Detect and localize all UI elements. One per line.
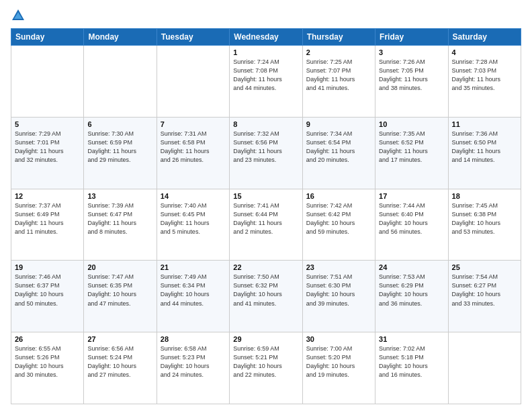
day-number: 3 xyxy=(379,48,444,56)
calendar-cell: 2Sunrise: 7:25 AM Sunset: 7:07 PM Daylig… xyxy=(302,46,375,118)
day-info: Sunrise: 7:32 AM Sunset: 6:56 PM Dayligh… xyxy=(233,130,298,165)
day-info: Sunrise: 7:29 AM Sunset: 7:01 PM Dayligh… xyxy=(15,130,80,165)
day-info: Sunrise: 7:51 AM Sunset: 6:30 PM Dayligh… xyxy=(306,273,371,308)
day-info: Sunrise: 7:46 AM Sunset: 6:37 PM Dayligh… xyxy=(15,273,80,308)
logo-icon xyxy=(11,8,26,23)
day-info: Sunrise: 7:02 AM Sunset: 5:18 PM Dayligh… xyxy=(379,345,444,379)
day-number: 1 xyxy=(233,48,298,56)
day-number: 12 xyxy=(15,192,80,200)
day-number: 11 xyxy=(452,120,517,128)
calendar-cell: 17Sunrise: 7:44 AM Sunset: 6:40 PM Dayli… xyxy=(375,189,448,261)
day-info: Sunrise: 6:56 AM Sunset: 5:24 PM Dayligh… xyxy=(87,345,152,379)
calendar-cell: 30Sunrise: 7:00 AM Sunset: 5:20 PM Dayli… xyxy=(302,332,375,404)
day-info: Sunrise: 7:30 AM Sunset: 6:59 PM Dayligh… xyxy=(87,130,152,165)
calendar-cell: 20Sunrise: 7:47 AM Sunset: 6:35 PM Dayli… xyxy=(84,261,157,332)
day-info: Sunrise: 7:36 AM Sunset: 6:50 PM Dayligh… xyxy=(452,130,517,165)
calendar-cell: 15Sunrise: 7:41 AM Sunset: 6:44 PM Dayli… xyxy=(230,189,302,261)
calendar-week-row: 1Sunrise: 7:24 AM Sunset: 7:08 PM Daylig… xyxy=(11,46,521,118)
calendar-cell xyxy=(157,46,229,118)
day-info: Sunrise: 7:53 AM Sunset: 6:29 PM Dayligh… xyxy=(379,273,444,308)
day-info: Sunrise: 7:50 AM Sunset: 6:32 PM Dayligh… xyxy=(233,273,298,308)
day-info: Sunrise: 7:37 AM Sunset: 6:49 PM Dayligh… xyxy=(15,201,80,236)
day-info: Sunrise: 6:58 AM Sunset: 5:23 PM Dayligh… xyxy=(161,345,226,379)
calendar-cell: 25Sunrise: 7:54 AM Sunset: 6:27 PM Dayli… xyxy=(448,261,521,332)
day-of-week-header: Wednesday xyxy=(230,29,302,46)
day-info: Sunrise: 7:42 AM Sunset: 6:42 PM Dayligh… xyxy=(306,201,371,236)
day-number: 4 xyxy=(452,48,517,56)
day-info: Sunrise: 7:25 AM Sunset: 7:07 PM Dayligh… xyxy=(306,58,371,93)
day-number: 7 xyxy=(161,120,226,128)
day-info: Sunrise: 7:41 AM Sunset: 6:44 PM Dayligh… xyxy=(233,201,298,236)
calendar-cell: 31Sunrise: 7:02 AM Sunset: 5:18 PM Dayli… xyxy=(375,332,448,404)
calendar-cell: 28Sunrise: 6:58 AM Sunset: 5:23 PM Dayli… xyxy=(157,332,229,404)
day-of-week-header: Thursday xyxy=(302,29,375,46)
day-number: 19 xyxy=(15,263,80,271)
calendar-cell: 26Sunrise: 6:55 AM Sunset: 5:26 PM Dayli… xyxy=(11,332,84,404)
day-number: 27 xyxy=(87,335,152,343)
day-number: 2 xyxy=(306,48,371,56)
calendar-cell: 27Sunrise: 6:56 AM Sunset: 5:24 PM Dayli… xyxy=(84,332,157,404)
day-info: Sunrise: 7:34 AM Sunset: 6:54 PM Dayligh… xyxy=(306,130,371,165)
day-number: 29 xyxy=(233,335,298,343)
day-number: 16 xyxy=(306,192,371,200)
calendar: SundayMondayTuesdayWednesdayThursdayFrid… xyxy=(11,28,521,404)
day-info: Sunrise: 7:54 AM Sunset: 6:27 PM Dayligh… xyxy=(452,273,517,308)
calendar-cell: 23Sunrise: 7:51 AM Sunset: 6:30 PM Dayli… xyxy=(302,261,375,332)
day-of-week-header: Monday xyxy=(84,29,157,46)
day-info: Sunrise: 7:28 AM Sunset: 7:03 PM Dayligh… xyxy=(452,58,517,93)
calendar-week-row: 12Sunrise: 7:37 AM Sunset: 6:49 PM Dayli… xyxy=(11,189,521,261)
day-number: 30 xyxy=(306,335,371,343)
calendar-cell: 5Sunrise: 7:29 AM Sunset: 7:01 PM Daylig… xyxy=(11,117,84,189)
calendar-cell xyxy=(84,46,157,118)
day-info: Sunrise: 7:49 AM Sunset: 6:34 PM Dayligh… xyxy=(161,273,226,308)
day-info: Sunrise: 7:45 AM Sunset: 6:38 PM Dayligh… xyxy=(452,201,517,236)
day-number: 22 xyxy=(233,263,298,271)
page: SundayMondayTuesdayWednesdayThursdayFrid… xyxy=(0,0,532,411)
day-number: 8 xyxy=(233,120,298,128)
calendar-cell: 12Sunrise: 7:37 AM Sunset: 6:49 PM Dayli… xyxy=(11,189,84,261)
day-info: Sunrise: 6:55 AM Sunset: 5:26 PM Dayligh… xyxy=(15,345,80,379)
day-number: 24 xyxy=(379,263,444,271)
calendar-cell: 10Sunrise: 7:35 AM Sunset: 6:52 PM Dayli… xyxy=(375,117,448,189)
day-info: Sunrise: 7:24 AM Sunset: 7:08 PM Dayligh… xyxy=(233,58,298,93)
day-number: 6 xyxy=(87,120,152,128)
calendar-cell: 3Sunrise: 7:26 AM Sunset: 7:05 PM Daylig… xyxy=(375,46,448,118)
calendar-cell: 4Sunrise: 7:28 AM Sunset: 7:03 PM Daylig… xyxy=(448,46,521,118)
calendar-cell xyxy=(448,332,521,404)
calendar-header: SundayMondayTuesdayWednesdayThursdayFrid… xyxy=(11,29,521,46)
calendar-cell: 19Sunrise: 7:46 AM Sunset: 6:37 PM Dayli… xyxy=(11,261,84,332)
calendar-cell: 14Sunrise: 7:40 AM Sunset: 6:45 PM Dayli… xyxy=(157,189,229,261)
day-info: Sunrise: 7:47 AM Sunset: 6:35 PM Dayligh… xyxy=(87,273,152,308)
day-number: 20 xyxy=(87,263,152,271)
calendar-cell: 8Sunrise: 7:32 AM Sunset: 6:56 PM Daylig… xyxy=(230,117,302,189)
day-of-week-header: Sunday xyxy=(11,29,84,46)
day-number: 31 xyxy=(379,335,444,343)
calendar-cell: 24Sunrise: 7:53 AM Sunset: 6:29 PM Dayli… xyxy=(375,261,448,332)
day-number: 26 xyxy=(15,335,80,343)
day-number: 21 xyxy=(161,263,226,271)
calendar-week-row: 26Sunrise: 6:55 AM Sunset: 5:26 PM Dayli… xyxy=(11,332,521,404)
day-info: Sunrise: 7:35 AM Sunset: 6:52 PM Dayligh… xyxy=(379,130,444,165)
calendar-cell: 9Sunrise: 7:34 AM Sunset: 6:54 PM Daylig… xyxy=(302,117,375,189)
day-of-week-header: Tuesday xyxy=(157,29,229,46)
day-number: 9 xyxy=(306,120,371,128)
calendar-cell: 16Sunrise: 7:42 AM Sunset: 6:42 PM Dayli… xyxy=(302,189,375,261)
day-info: Sunrise: 7:40 AM Sunset: 6:45 PM Dayligh… xyxy=(161,201,226,236)
day-number: 18 xyxy=(452,192,517,200)
logo xyxy=(11,8,28,23)
calendar-cell: 11Sunrise: 7:36 AM Sunset: 6:50 PM Dayli… xyxy=(448,117,521,189)
calendar-cell: 7Sunrise: 7:31 AM Sunset: 6:58 PM Daylig… xyxy=(157,117,229,189)
calendar-cell: 22Sunrise: 7:50 AM Sunset: 6:32 PM Dayli… xyxy=(230,261,302,332)
day-number: 13 xyxy=(87,192,152,200)
calendar-cell: 1Sunrise: 7:24 AM Sunset: 7:08 PM Daylig… xyxy=(230,46,302,118)
day-info: Sunrise: 6:59 AM Sunset: 5:21 PM Dayligh… xyxy=(233,345,298,379)
calendar-cell xyxy=(11,46,84,118)
day-number: 15 xyxy=(233,192,298,200)
day-number: 5 xyxy=(15,120,80,128)
calendar-cell: 29Sunrise: 6:59 AM Sunset: 5:21 PM Dayli… xyxy=(230,332,302,404)
day-info: Sunrise: 7:26 AM Sunset: 7:05 PM Dayligh… xyxy=(379,58,444,93)
calendar-week-row: 5Sunrise: 7:29 AM Sunset: 7:01 PM Daylig… xyxy=(11,117,521,189)
day-number: 10 xyxy=(379,120,444,128)
calendar-cell: 6Sunrise: 7:30 AM Sunset: 6:59 PM Daylig… xyxy=(84,117,157,189)
day-of-week-header: Saturday xyxy=(448,29,521,46)
